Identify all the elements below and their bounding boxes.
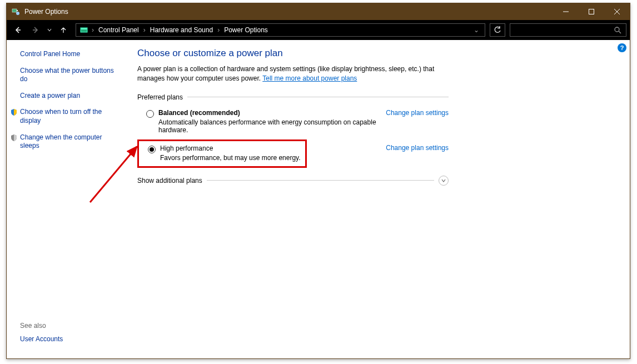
chevron-down-icon[interactable] bbox=[439, 176, 449, 186]
highlighted-plan-box: High performance Favors performance, but… bbox=[137, 139, 307, 168]
navbar: › Control Panel › Hardware and Sound › P… bbox=[7, 20, 630, 40]
content-area: ? Control Panel Home Choose what the pow… bbox=[7, 40, 630, 358]
window-title: Power Options bbox=[24, 8, 553, 16]
description: A power plan is a collection of hardware… bbox=[137, 64, 454, 83]
recent-dropdown[interactable] bbox=[46, 22, 53, 38]
preferred-plans-header: Preferred plans bbox=[137, 93, 619, 101]
see-also-label: See also bbox=[20, 322, 121, 330]
up-button[interactable] bbox=[56, 22, 71, 38]
shield-icon bbox=[10, 108, 18, 116]
search-icon bbox=[614, 26, 621, 34]
page-title: Choose or customize a power plan bbox=[137, 48, 619, 59]
chevron-right-icon: › bbox=[91, 26, 95, 34]
minimize-button[interactable] bbox=[553, 3, 579, 20]
plan-description: Favors performance, but may use more ene… bbox=[160, 154, 301, 162]
svg-rect-1 bbox=[17, 10, 18, 11]
chevron-right-icon: › bbox=[216, 26, 221, 34]
shield-icon bbox=[10, 134, 18, 142]
sidebar-link-create-plan[interactable]: Create a power plan bbox=[20, 92, 121, 101]
svg-line-12 bbox=[619, 31, 621, 33]
radio-high-performance[interactable] bbox=[148, 146, 156, 153]
control-panel-home-link[interactable]: Control Panel Home bbox=[20, 50, 121, 59]
radio-balanced[interactable] bbox=[146, 110, 154, 118]
sidebar-link-turn-off-display[interactable]: Choose when to turn off the display bbox=[20, 108, 121, 125]
plan-name[interactable]: High performance bbox=[160, 144, 301, 152]
titlebar[interactable]: Power Options bbox=[7, 3, 630, 20]
svg-point-11 bbox=[615, 27, 619, 32]
sidebar-link-user-accounts[interactable]: User Accounts bbox=[20, 335, 121, 344]
chevron-right-icon: › bbox=[142, 26, 147, 34]
main-panel: Choose or customize a power plan A power… bbox=[126, 40, 630, 358]
plan-name[interactable]: Balanced (recommended) bbox=[158, 109, 379, 117]
search-input[interactable] bbox=[510, 23, 626, 37]
app-icon bbox=[11, 7, 20, 16]
learn-more-link[interactable]: Tell me more about power plans bbox=[262, 74, 357, 82]
change-plan-settings-link[interactable]: Change plan settings bbox=[386, 109, 449, 117]
plan-description: Automatically balances performance with … bbox=[158, 118, 379, 134]
svg-rect-10 bbox=[81, 28, 87, 29]
sidebar: Control Panel Home Choose what the power… bbox=[7, 40, 126, 358]
window-frame: Power Options bbox=[6, 3, 630, 359]
sidebar-link-power-buttons[interactable]: Choose what the power buttons do bbox=[20, 67, 121, 84]
back-button[interactable] bbox=[10, 22, 26, 38]
breadcrumb-item[interactable]: Power Options bbox=[222, 26, 270, 34]
change-plan-settings-link[interactable]: Change plan settings bbox=[386, 144, 449, 152]
maximize-button[interactable] bbox=[579, 3, 604, 20]
svg-rect-4 bbox=[589, 9, 594, 14]
location-icon bbox=[78, 24, 89, 36]
plan-row-balanced: Balanced (recommended) Automatically bal… bbox=[137, 108, 449, 139]
svg-point-2 bbox=[16, 12, 19, 15]
refresh-button[interactable] bbox=[490, 23, 505, 37]
svg-rect-0 bbox=[12, 9, 17, 12]
breadcrumb-item[interactable]: Control Panel bbox=[96, 26, 141, 34]
chevron-down-icon[interactable]: ⌄ bbox=[470, 26, 482, 34]
breadcrumb[interactable]: › Control Panel › Hardware and Sound › P… bbox=[76, 23, 485, 37]
window-controls bbox=[553, 3, 630, 20]
breadcrumb-item[interactable]: Hardware and Sound bbox=[148, 26, 215, 34]
sidebar-link-computer-sleeps[interactable]: Change when the computer sleeps bbox=[20, 133, 121, 151]
show-additional-plans[interactable]: Show additional plans bbox=[137, 176, 449, 186]
forward-button[interactable] bbox=[28, 22, 43, 38]
close-button[interactable] bbox=[604, 3, 630, 20]
